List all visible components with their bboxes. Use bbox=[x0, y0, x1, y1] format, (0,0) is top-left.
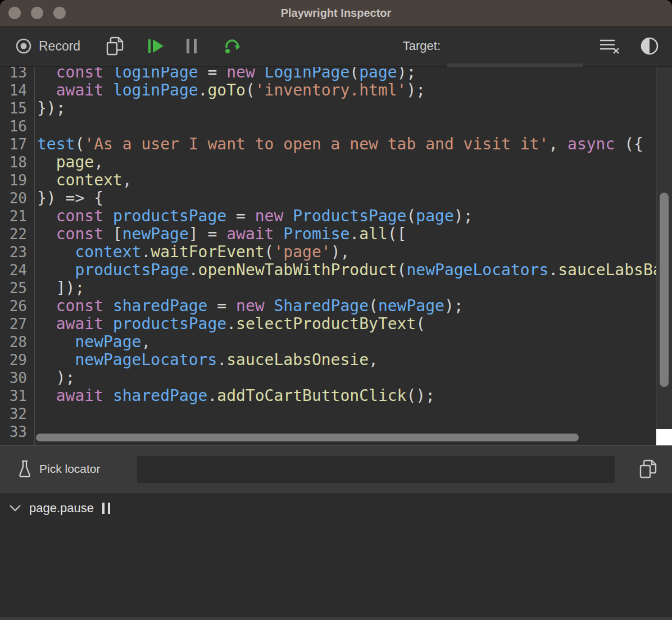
line-number: 13 bbox=[0, 67, 34, 81]
code-line: ); bbox=[37, 369, 656, 387]
line-number: 22 bbox=[0, 225, 34, 243]
record-label: Record bbox=[39, 39, 80, 54]
code-line: productsPage.openNewTabWithProduct(newPa… bbox=[37, 261, 656, 279]
minimize-window-button[interactable] bbox=[31, 7, 43, 19]
pause-button[interactable] bbox=[185, 38, 198, 54]
line-number: 32 bbox=[0, 405, 34, 423]
target-label: Target: bbox=[403, 39, 441, 53]
locator-input[interactable] bbox=[137, 456, 615, 483]
code-line: }); bbox=[37, 99, 656, 117]
code-lines: const loginPage = new LoginPage(page); a… bbox=[37, 67, 656, 441]
horizontal-scrollbar-thumb[interactable] bbox=[36, 434, 579, 441]
code-line: test('As a user I want to open a new tab… bbox=[37, 135, 656, 153]
traffic-lights bbox=[0, 0, 66, 26]
copy-icon bbox=[638, 459, 657, 479]
code-line: ]); bbox=[37, 279, 656, 297]
zoom-window-button[interactable] bbox=[53, 7, 66, 19]
code-line: context.waitForEvent('page'), bbox=[37, 243, 656, 261]
code-line bbox=[37, 117, 656, 135]
code-line: const sharedPage = new SharedPage(newPag… bbox=[37, 297, 656, 315]
code-line bbox=[37, 405, 656, 423]
line-number: 27 bbox=[0, 315, 34, 333]
toolbar: Record bbox=[0, 26, 672, 67]
contrast-icon bbox=[640, 37, 659, 56]
line-number: 20 bbox=[0, 189, 34, 207]
record-button[interactable]: Record bbox=[15, 38, 80, 54]
line-number: 15 bbox=[0, 99, 34, 117]
playwright-inspector-window: Playwright Inspector Record bbox=[0, 0, 672, 620]
line-number: 18 bbox=[0, 153, 34, 171]
line-number: 17 bbox=[0, 135, 34, 153]
pick-locator-label: Pick locator bbox=[39, 462, 101, 476]
code-line: await loginPage.goTo('inventory.html'); bbox=[37, 81, 656, 99]
line-number: 28 bbox=[0, 333, 34, 351]
resume-button[interactable] bbox=[147, 38, 164, 54]
record-icon bbox=[15, 38, 32, 54]
clear-log-icon bbox=[599, 38, 620, 54]
code-line: }) => { bbox=[37, 189, 656, 207]
code-line: const [newPage] = await Promise.all([ bbox=[37, 225, 656, 243]
code-line: newPage, bbox=[37, 333, 656, 351]
source-code-area[interactable]: 1314151617181920212223242526272829303132… bbox=[0, 67, 672, 445]
line-number: 25 bbox=[0, 279, 34, 297]
copy-source-button[interactable] bbox=[105, 36, 124, 56]
line-number: 31 bbox=[0, 387, 34, 405]
code-line: await productsPage.selectProductByText( bbox=[37, 315, 656, 333]
vertical-scrollbar[interactable] bbox=[656, 67, 672, 429]
code-line: page, bbox=[37, 153, 656, 171]
pick-locator-button[interactable]: Pick locator bbox=[19, 460, 101, 478]
line-number-gutter: 1314151617181920212223242526272829303132… bbox=[0, 67, 35, 445]
resume-play-icon bbox=[147, 38, 164, 54]
code-line: const loginPage = new LoginPage(page); bbox=[37, 67, 656, 81]
code-line: newPageLocators.sauceLabsOnesie, bbox=[37, 351, 656, 369]
call-log-entry: page.pause bbox=[0, 493, 672, 516]
line-number: 24 bbox=[0, 261, 34, 279]
vertical-scrollbar-thumb[interactable] bbox=[660, 193, 669, 387]
line-number: 16 bbox=[0, 117, 34, 135]
line-number: 30 bbox=[0, 369, 34, 387]
step-over-button[interactable] bbox=[223, 38, 240, 54]
paused-state-icon bbox=[102, 502, 111, 514]
clear-log-button[interactable] bbox=[599, 38, 620, 54]
current-call-label: page.pause bbox=[29, 501, 94, 516]
line-number: 26 bbox=[0, 297, 34, 315]
line-number: 21 bbox=[0, 207, 34, 225]
scrollbar-corner bbox=[656, 429, 672, 445]
close-window-button[interactable] bbox=[8, 7, 21, 19]
copy-icon bbox=[105, 36, 124, 56]
line-number: 19 bbox=[0, 171, 34, 189]
copy-locator-button[interactable] bbox=[638, 459, 657, 479]
titlebar: Playwright Inspector bbox=[0, 0, 672, 26]
window-bottom-edge bbox=[0, 617, 672, 620]
window-title: Playwright Inspector bbox=[281, 7, 392, 20]
code-line: await sharedPage.addToCartButtonClick(); bbox=[37, 387, 656, 405]
line-number: 29 bbox=[0, 351, 34, 369]
horizontal-scrollbar[interactable] bbox=[36, 433, 656, 442]
code-line: const productsPage = new ProductsPage(pa… bbox=[37, 207, 656, 225]
step-over-icon bbox=[223, 38, 240, 54]
theme-contrast-toggle[interactable] bbox=[640, 37, 659, 56]
pick-locator-flask-icon bbox=[19, 460, 31, 478]
locator-toolbar: Pick locator bbox=[0, 445, 672, 492]
call-log-panel: page.pause bbox=[0, 493, 672, 620]
line-number: 14 bbox=[0, 81, 34, 99]
code-line: context, bbox=[37, 171, 656, 189]
chevron-down-icon[interactable] bbox=[9, 504, 21, 512]
line-number: 23 bbox=[0, 243, 34, 261]
pause-icon bbox=[185, 38, 198, 54]
line-number: 33 bbox=[0, 423, 34, 441]
